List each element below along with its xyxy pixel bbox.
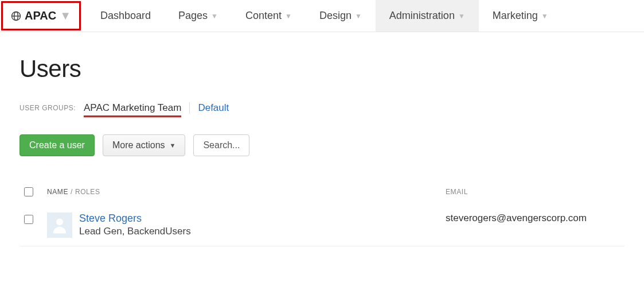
nav-item-label: Content (245, 10, 282, 22)
nav-content[interactable]: Content ▼ (232, 0, 306, 32)
search-button[interactable]: Search... (193, 134, 249, 156)
site-switcher[interactable]: APAC ▼ (1, 1, 81, 30)
user-roles: Lead Gen, BackendUsers (79, 226, 191, 237)
site-switcher-label: APAC (25, 9, 56, 22)
button-label: More actions (112, 140, 165, 150)
chevron-down-icon: ▼ (170, 142, 176, 149)
column-header-name-roles[interactable]: NAME / ROLES (42, 179, 441, 207)
nav-design[interactable]: Design ▼ (306, 0, 376, 32)
chevron-down-icon: ▼ (211, 12, 218, 20)
nav-item-label: Design (319, 10, 352, 22)
header-sep: / (68, 188, 75, 196)
nav-administration[interactable]: Administration ▼ (376, 0, 479, 32)
chevron-down-icon: ▼ (541, 12, 548, 20)
nav-item-label: Dashboard (100, 10, 151, 22)
avatar (47, 213, 72, 238)
action-row: Create a user More actions ▼ Search... (19, 134, 625, 156)
top-nav: APAC ▼ Dashboard Pages ▼ Content ▼ Desig… (0, 0, 644, 32)
nav-item-label: Pages (178, 10, 208, 22)
select-all-checkbox[interactable] (24, 187, 33, 196)
user-groups-row: USER GROUPS: APAC Marketing Team Default (19, 102, 625, 114)
svg-point-3 (56, 218, 63, 225)
more-actions-button[interactable]: More actions ▼ (103, 134, 185, 156)
chevron-down-icon: ▼ (458, 12, 465, 20)
chevron-down-icon: ▼ (285, 12, 292, 20)
header-name: NAME (47, 188, 68, 196)
table-header-row: NAME / ROLES EMAIL (19, 179, 625, 207)
table-row: Steve Rogers Lead Gen, BackendUsers stev… (19, 207, 625, 246)
chevron-down-icon: ▼ (60, 9, 71, 22)
nav-pages[interactable]: Pages ▼ (165, 0, 232, 32)
globe-icon (11, 11, 21, 21)
nav-item-label: Administration (389, 10, 455, 22)
column-header-email[interactable]: EMAIL (441, 179, 625, 207)
page-title: Users (19, 55, 625, 83)
main-content: Users USER GROUPS: APAC Marketing Team D… (0, 32, 644, 246)
group-separator (189, 102, 190, 114)
nav-item-label: Marketing (493, 10, 538, 22)
nav-marketing[interactable]: Marketing ▼ (479, 0, 562, 32)
create-user-button[interactable]: Create a user (19, 134, 95, 156)
nav-dashboard[interactable]: Dashboard (87, 0, 165, 32)
users-table: NAME / ROLES EMAIL Steve Rogers (19, 179, 625, 246)
user-group-apac-marketing[interactable]: APAC Marketing Team (84, 102, 181, 114)
button-label: Search... (203, 140, 240, 150)
user-group-default[interactable]: Default (198, 102, 229, 114)
user-email: steverogers@avengerscorp.com (441, 207, 625, 246)
user-groups-label: USER GROUPS: (19, 104, 76, 112)
user-cell: Steve Rogers Lead Gen, BackendUsers (47, 213, 436, 238)
chevron-down-icon: ▼ (355, 12, 362, 20)
user-name-link[interactable]: Steve Rogers (79, 213, 191, 225)
row-checkbox[interactable] (24, 215, 33, 224)
header-roles: ROLES (75, 188, 100, 196)
button-label: Create a user (29, 140, 85, 150)
